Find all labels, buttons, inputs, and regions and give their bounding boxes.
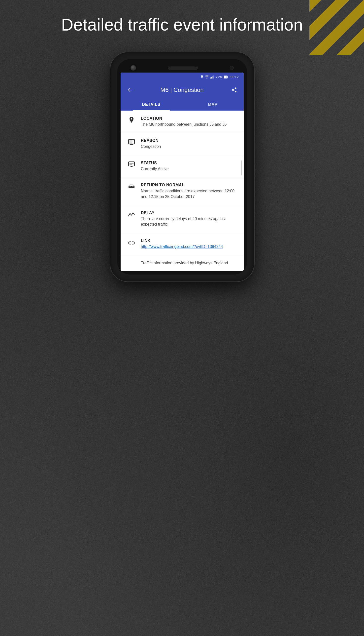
battery-icon xyxy=(224,76,228,79)
tab-map[interactable]: MAP xyxy=(182,98,244,110)
svg-rect-12 xyxy=(130,163,134,163)
back-button[interactable] xyxy=(126,85,134,94)
svg-rect-5 xyxy=(224,76,227,78)
svg-rect-10 xyxy=(130,142,132,142)
app-bar: M6 | Congestion xyxy=(120,82,244,98)
location-icon xyxy=(126,116,136,125)
delay-icon xyxy=(126,211,136,219)
share-button[interactable] xyxy=(230,85,239,94)
phone-frame: 77% 11:12 xyxy=(110,52,254,282)
reason-label: REASON xyxy=(141,138,238,143)
status-label: STATUS xyxy=(141,161,238,165)
svg-rect-1 xyxy=(212,77,212,79)
svg-rect-2 xyxy=(212,76,213,79)
link-icon xyxy=(126,239,136,247)
page-title: Detailed traffic event information xyxy=(0,15,364,34)
delay-value: There are currently delays of 20 minutes… xyxy=(141,216,238,227)
status-row: STATUS Currently Active xyxy=(120,155,244,177)
svg-rect-8 xyxy=(128,139,132,144)
status-time: 11:12 xyxy=(230,75,238,79)
location-status-icon xyxy=(200,75,204,79)
tabs-bar: DETAILS MAP xyxy=(120,98,244,111)
reason-value: Congestion xyxy=(141,144,238,149)
location-value: The M6 northbound between junctions J5 a… xyxy=(141,122,238,127)
delay-row: DELAY There are currently delays of 20 m… xyxy=(120,205,244,233)
front-sensor xyxy=(230,66,234,70)
link-label: LINK xyxy=(141,239,238,243)
svg-rect-11 xyxy=(128,162,134,166)
reason-row: REASON Congestion xyxy=(120,133,244,155)
front-camera xyxy=(130,65,136,71)
car-icon xyxy=(126,183,136,191)
reason-icon xyxy=(126,138,136,148)
speaker xyxy=(168,66,198,70)
delay-label: DELAY xyxy=(141,211,238,215)
svg-rect-3 xyxy=(213,76,214,79)
svg-rect-13 xyxy=(130,164,132,164)
svg-rect-0 xyxy=(210,78,211,79)
return-to-normal-label: RETURN TO NORMAL xyxy=(141,183,238,187)
svg-rect-14 xyxy=(131,166,132,167)
wifi-icon xyxy=(205,76,209,79)
tab-details[interactable]: DETAILS xyxy=(120,98,182,110)
status-icons: 77% 11:12 xyxy=(200,75,238,79)
battery-percent: 77% xyxy=(215,75,222,79)
provider-text: Traffic information provided by Highways… xyxy=(141,261,228,265)
return-to-normal-value: Normal traffic conditions are expected b… xyxy=(141,188,238,199)
return-to-normal-row: RETURN TO NORMAL Normal traffic conditio… xyxy=(120,177,244,205)
link-value[interactable]: http://www.trafficengland.com/?evtID=138… xyxy=(141,244,238,250)
signal-icon xyxy=(210,76,214,79)
location-label: LOCATION xyxy=(141,116,238,121)
app-bar-title: M6 | Congestion xyxy=(138,86,226,93)
status-icon xyxy=(126,161,136,169)
phone-screen: 77% 11:12 xyxy=(120,73,244,271)
provider-info: Traffic information provided by Highways… xyxy=(120,255,244,271)
status-value: Currently Active xyxy=(141,166,238,172)
content-area: LOCATION The M6 northbound between junct… xyxy=(120,111,244,271)
location-row: LOCATION The M6 northbound between junct… xyxy=(120,111,244,133)
scroll-indicator xyxy=(241,160,242,175)
svg-rect-9 xyxy=(130,141,134,141)
svg-rect-6 xyxy=(228,77,228,78)
link-row: LINK http://www.trafficengland.com/?evtI… xyxy=(120,233,244,255)
status-bar: 77% 11:12 xyxy=(120,73,244,82)
